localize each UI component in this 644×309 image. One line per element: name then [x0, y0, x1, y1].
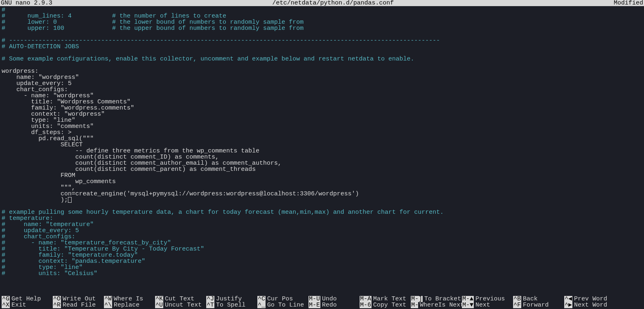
shortcut-desc: Next Word: [572, 302, 607, 308]
editor-line: count(distinct comment_author_email) as …: [2, 160, 644, 166]
shortcut-item[interactable]: ^OWrite Out: [53, 296, 104, 302]
editor-line: -- define three metrics from the wp_comm…: [2, 148, 644, 154]
shortcut-key: M-▼: [462, 302, 474, 308]
shortcut-item[interactable]: ^CCur Pos: [257, 296, 308, 302]
shortcut-desc: Where Is: [112, 296, 143, 302]
editor-line: [2, 31, 644, 38]
editor-line: # example pulling some hourly temperatur…: [2, 209, 644, 215]
shortcut-key: ^J: [206, 296, 214, 302]
shortcut-item[interactable]: ^▶Next Word: [564, 302, 615, 308]
shortcut-item[interactable]: M-WWhereIs Next: [411, 302, 462, 308]
shortcut-desc: WhereIs Next: [418, 302, 464, 308]
shortcut-key: M-6: [360, 302, 372, 308]
editor-line: [2, 50, 644, 56]
shortcut-key: ^U: [155, 302, 163, 308]
shortcut-item[interactable]: M-ERedo: [308, 302, 360, 308]
shortcut-item[interactable]: ^XExit: [2, 302, 53, 308]
editor-line: # - name: "temperature_forecast_by_city": [2, 240, 644, 246]
shortcut-row-2: ^XExit^RRead File^\Replace^UUncut Text^T…: [2, 302, 642, 308]
editor-line: # Some example configurations, enable th…: [2, 56, 644, 62]
editor-line: pd.read_sql(""": [2, 136, 644, 142]
editor-line: # upper: 100 # the upper bound of number…: [2, 25, 644, 31]
shortcut-item[interactable]: M-▲Previous: [462, 296, 513, 302]
editor-line: chart_configs:: [2, 87, 644, 93]
editor-line: units: "comments": [2, 123, 644, 130]
shortcut-key: M-]: [411, 296, 423, 302]
shortcut-item[interactable]: M-▼Next: [462, 302, 513, 308]
shortcut-desc: Mark Text: [372, 296, 406, 302]
editor-line: );: [2, 197, 644, 203]
editor-line: name: "wordpress": [2, 74, 644, 81]
shortcut-item[interactable]: ^UUncut Text: [155, 302, 206, 308]
shortcut-item[interactable]: ^JJustify: [206, 296, 257, 302]
editor-line: con=create_engine('mysql+pymysql://wordp…: [2, 191, 644, 197]
shortcut-key: M-U: [308, 296, 320, 302]
editor-line: title: "Wordpress Comments": [2, 99, 644, 105]
shortcut-desc: To Bracket: [423, 296, 461, 302]
shortcut-desc: Undo: [320, 296, 337, 302]
shortcut-key: ^_: [257, 302, 266, 308]
shortcut-item[interactable]: M-AMark Text: [360, 296, 411, 302]
shortcut-desc: Previous: [474, 296, 505, 302]
shortcut-key: ^X: [2, 302, 10, 308]
editor-line: update_every: 5: [2, 81, 644, 87]
shortcut-key: ^F: [513, 302, 521, 308]
editor-line: [2, 62, 644, 68]
shortcut-item[interactable]: ^\Replace: [104, 302, 155, 308]
editor-line: # AUTO-DETECTION JOBS: [2, 44, 644, 50]
shortcut-item[interactable]: ^WWhere Is: [104, 296, 155, 302]
shortcut-item[interactable]: ^_Go To Line: [257, 302, 308, 308]
shortcut-key: ^T: [206, 302, 214, 308]
shortcut-row-1: ^GGet Help^OWrite Out^WWhere Is^KCut Tex…: [2, 296, 642, 302]
shortcut-desc: Next: [474, 302, 490, 308]
shortcut-key: M-W: [411, 302, 418, 308]
editor-line: #: [2, 7, 644, 13]
editor-line: [2, 203, 644, 209]
modified-status: Modified: [614, 0, 643, 6]
shortcut-item[interactable]: ^◀Prev Word: [564, 296, 615, 302]
editor-line: # chart_configs:: [2, 234, 644, 240]
shortcut-key: M-A: [360, 296, 372, 302]
shortcut-desc: Get Help: [10, 296, 41, 302]
shortcut-desc: Prev Word: [572, 296, 607, 302]
shortcut-desc: To Spell: [214, 302, 245, 308]
editor-line: # context: "pandas.temperature": [2, 258, 644, 264]
shortcut-desc: Justify: [214, 296, 242, 302]
shortcut-desc: Uncut Text: [163, 302, 202, 308]
shortcut-item[interactable]: M-]To Bracket: [411, 296, 462, 302]
shortcut-key: M-▲: [462, 296, 474, 302]
shortcut-key: ^G: [2, 296, 10, 302]
editor-line: context: "wordpress": [2, 111, 644, 117]
editor-line: SELECT: [2, 142, 644, 148]
editor-line: family: "wordpress.comments": [2, 105, 644, 111]
shortcut-key: ^C: [257, 296, 266, 302]
shortcut-item[interactable]: M-6Copy Text: [360, 302, 411, 308]
shortcut-key: ^\: [104, 302, 112, 308]
shortcut-item[interactable]: ^GGet Help: [2, 296, 53, 302]
shortcut-key: ^K: [155, 296, 163, 302]
editor-line: - name: "wordpress": [2, 93, 644, 99]
editor-line: wp_comments: [2, 179, 644, 185]
shortcut-desc: Cut Text: [163, 296, 194, 302]
editor-line: """,: [2, 185, 644, 191]
shortcut-item[interactable]: ^TTo Spell: [206, 302, 257, 308]
shortcut-item[interactable]: ^RRead File: [53, 302, 104, 308]
editor-line: wordpress:: [2, 68, 644, 74]
shortcut-item[interactable]: ^KCut Text: [155, 296, 206, 302]
editor-line: df_steps: >: [2, 130, 644, 136]
shortcut-key: M-E: [308, 302, 320, 308]
shortcut-item[interactable]: M-UUndo: [308, 296, 360, 302]
editor-line: # lower: 0 # the lower bound of numbers …: [2, 19, 644, 25]
shortcut-item[interactable]: ^BBack: [513, 296, 564, 302]
editor-line: # --------------------------------------…: [2, 38, 644, 44]
shortcut-key: ^B: [513, 296, 521, 302]
shortcut-item[interactable]: ^FForward: [513, 302, 564, 308]
shortcut-desc: Replace: [112, 302, 140, 308]
editor-content[interactable]: ## num_lines: 4 # the number of lines to…: [0, 6, 644, 277]
shortcut-desc: Cur Pos: [266, 296, 293, 302]
editor-line: # type: "line": [2, 264, 644, 271]
titlebar: GNU nano 2.9.3 /etc/netdata/python.d/pan…: [0, 0, 644, 6]
shortcut-desc: Redo: [320, 302, 337, 308]
editor-line: # temperature:: [2, 215, 644, 222]
editor-line: type: "line": [2, 117, 644, 123]
